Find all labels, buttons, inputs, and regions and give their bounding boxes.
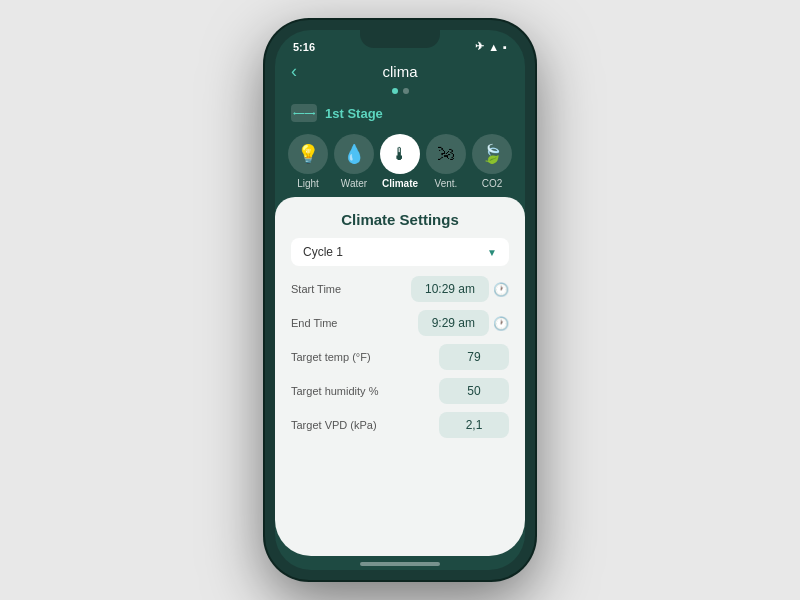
notch	[360, 30, 440, 48]
start-time-label: Start Time	[291, 283, 411, 295]
target-temp-row: Target temp (°F) 79	[291, 344, 509, 370]
phone-screen: 5:16 ✈ ▲ ▪ ‹ clima ⟵⟶ 1st Stage 💡 Li	[275, 30, 525, 570]
end-time-box[interactable]: 9:29 am	[418, 310, 489, 336]
back-button[interactable]: ‹	[291, 61, 297, 82]
tab-vent-label: Vent.	[435, 178, 458, 189]
target-vpd-label: Target VPD (kPa)	[291, 419, 439, 431]
battery-icon: ▪	[503, 41, 507, 53]
dot-2	[403, 88, 409, 94]
stage-label: 1st Stage	[325, 106, 383, 121]
end-time-row: End Time 9:29 am 🕐	[291, 310, 509, 336]
tab-light-label: Light	[297, 178, 319, 189]
target-humidity-box[interactable]: 50	[439, 378, 509, 404]
target-temp-label: Target temp (°F)	[291, 351, 439, 363]
end-time-label: End Time	[291, 317, 418, 329]
target-vpd-row: Target VPD (kPa) 2,1	[291, 412, 509, 438]
start-time-clock-icon[interactable]: 🕐	[493, 282, 509, 297]
status-icons: ✈ ▲ ▪	[475, 40, 507, 53]
home-bar	[360, 562, 440, 566]
start-time-value: 10:29 am 🕐	[411, 276, 509, 302]
start-time-row: Start Time 10:29 am 🕐	[291, 276, 509, 302]
content-area: Climate Settings Cycle 1 ▼ Start Time 10…	[275, 197, 525, 556]
target-temp-box[interactable]: 79	[439, 344, 509, 370]
home-indicator	[275, 556, 525, 570]
section-title: Climate Settings	[291, 211, 509, 228]
end-time-value: 9:29 am 🕐	[418, 310, 509, 336]
target-temp-value: 79	[439, 344, 509, 370]
tabs-row: 💡 Light 💧 Water 🌡 Climate 🌬 Vent. 🍃 CO2	[275, 130, 525, 197]
cycle-dropdown-icon: ▼	[487, 247, 497, 258]
light-icon: 💡	[288, 134, 328, 174]
cycle-row[interactable]: Cycle 1 ▼	[291, 238, 509, 266]
tab-climate-label: Climate	[382, 178, 418, 189]
climate-icon: 🌡	[380, 134, 420, 174]
wifi-icon: ▲	[488, 41, 499, 53]
target-vpd-value: 2,1	[439, 412, 509, 438]
tab-light[interactable]: 💡 Light	[288, 134, 328, 189]
phone-frame: 5:16 ✈ ▲ ▪ ‹ clima ⟵⟶ 1st Stage 💡 Li	[265, 20, 535, 580]
co2-icon: 🍃	[472, 134, 512, 174]
target-humidity-row: Target humidity % 50	[291, 378, 509, 404]
page-dots	[275, 88, 525, 94]
target-humidity-value: 50	[439, 378, 509, 404]
stage-row: ⟵⟶ 1st Stage	[275, 100, 525, 130]
dot-1	[392, 88, 398, 94]
tab-climate[interactable]: 🌡 Climate	[380, 134, 420, 189]
nav-title: clima	[382, 63, 417, 80]
tab-vent[interactable]: 🌬 Vent.	[426, 134, 466, 189]
start-time-box[interactable]: 10:29 am	[411, 276, 489, 302]
target-vpd-box[interactable]: 2,1	[439, 412, 509, 438]
nav-bar: ‹ clima	[275, 57, 525, 86]
airplane-icon: ✈	[475, 40, 484, 53]
cycle-label: Cycle 1	[303, 245, 343, 259]
tab-water-label: Water	[341, 178, 367, 189]
end-time-clock-icon[interactable]: 🕐	[493, 316, 509, 331]
stage-icon: ⟵⟶	[291, 104, 317, 122]
tab-co2-label: CO2	[482, 178, 503, 189]
water-icon: 💧	[334, 134, 374, 174]
vent-icon: 🌬	[426, 134, 466, 174]
target-humidity-label: Target humidity %	[291, 385, 439, 397]
status-time: 5:16	[293, 41, 315, 53]
tab-co2[interactable]: 🍃 CO2	[472, 134, 512, 189]
tab-water[interactable]: 💧 Water	[334, 134, 374, 189]
